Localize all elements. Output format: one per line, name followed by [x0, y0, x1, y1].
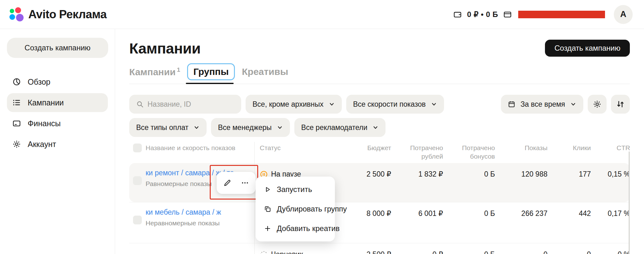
plus-icon [264, 225, 271, 232]
col-clicks: Клики [547, 144, 591, 163]
menu-item-label: Добавить креатив [277, 224, 340, 233]
budget-cell: 2 500 ₽ [328, 163, 391, 202]
row-actions-toolbar [217, 172, 256, 194]
filter-advertisers-label: Все рекламодатели [301, 123, 368, 132]
ctr-cell: 0 % [591, 243, 630, 254]
menu-item-start[interactable]: Запустить [256, 180, 335, 199]
list-icon [12, 98, 21, 107]
menu-item-duplicate-group[interactable]: Дублировать группу [256, 199, 335, 219]
spent-bonus-cell: 0 Б [443, 202, 495, 243]
tab-campaigns-label: Кампании [129, 67, 175, 77]
table-row[interactable]: ки ремонт / самара / ж / то Равномерные … [129, 163, 630, 202]
table-row[interactable]: ки мебель / самара / ж Неравномерные пок… [129, 202, 630, 243]
filter-managers-dropdown[interactable]: Все менеджеры [211, 118, 290, 137]
tab-creatives[interactable]: Креативы [242, 66, 288, 77]
table-row[interactable]: Черновик 2 500 ₽ 0 ₽ 0 Б 0 0 0 % [129, 243, 630, 254]
chevron-down-icon [193, 124, 200, 131]
tab-groups-label: Группы [193, 66, 229, 77]
context-menu: Запустить Дублировать группу Добавить кр… [256, 177, 335, 241]
page-title: Кампании [129, 40, 201, 57]
create-campaign-button[interactable]: Создать кампанию [545, 40, 630, 57]
budget-cell: 2 500 ₽ [328, 243, 391, 254]
draft-status-icon [260, 251, 268, 254]
select-all-checkbox[interactable] [133, 144, 142, 152]
sidebar-create-campaign-button[interactable]: Создать кампанию [7, 38, 108, 58]
filter-speed-dropdown[interactable]: Все скорости показов [346, 95, 444, 114]
col-name: Название и скорость показов [146, 144, 254, 163]
groups-table: Название и скорость показов Статус Бюдже… [129, 142, 630, 254]
status-label: Черновик [271, 250, 303, 254]
search-icon [136, 100, 144, 108]
spent-bonus-cell: 0 Б [443, 163, 495, 202]
active-tab-indicator [186, 83, 234, 84]
table-header: Название и скорость показов Статус Бюдже… [129, 142, 630, 163]
search-field[interactable] [129, 95, 241, 114]
group-speed-label: Неравномерные показы [146, 219, 254, 227]
row-checkbox[interactable] [133, 176, 142, 185]
spent-rub-cell: 0 ₽ [391, 243, 443, 254]
menu-item-label: Запустить [277, 185, 312, 194]
product-name: Реклама [59, 8, 107, 21]
more-actions-icon[interactable] [238, 176, 252, 190]
avatar[interactable]: A [614, 5, 633, 24]
col-budget: Бюджет [328, 144, 391, 163]
logo-text: AvitoРеклама [28, 8, 107, 21]
filter-managers-label: Все менеджеры [218, 123, 272, 132]
clicks-cell: 177 [547, 163, 591, 202]
tab-groups[interactable]: Группы [187, 63, 235, 80]
top-bar-right: 0 ₽ • 0 Б A [453, 5, 633, 24]
ctr-cell: 0,17 % [591, 202, 630, 243]
filter-archive-label: Все, кроме архивных [253, 100, 324, 109]
sidebar-nav: Обзор Кампании Финансы Аккаунт [0, 72, 115, 154]
sidebar-item-label: Кампании [28, 98, 64, 107]
filter-archive-dropdown[interactable]: Все, кроме архивных [246, 95, 342, 114]
card-icon [12, 119, 21, 128]
gear-icon [12, 139, 21, 149]
sidebar-item-account[interactable]: Аккаунт [7, 135, 108, 154]
balance-text[interactable]: 0 ₽ • 0 Б [467, 10, 498, 19]
tab-campaigns[interactable]: Кампании1 [129, 66, 180, 77]
col-impressions: Показы [495, 144, 547, 163]
sort-button[interactable] [611, 95, 630, 114]
menu-item-add-creative[interactable]: Добавить креатив [256, 219, 335, 238]
chevron-down-icon [431, 101, 437, 107]
clicks-cell: 442 [547, 202, 591, 243]
spent-bonus-cell: 0 Б [443, 243, 495, 254]
redaction-overlay [518, 11, 605, 18]
group-name-link[interactable]: ки мебель / самара / ж [146, 208, 254, 217]
overview-icon [12, 77, 21, 87]
avito-logo-icon [9, 7, 24, 22]
filter-advertisers-dropdown[interactable]: Все рекламодатели [294, 118, 386, 137]
ctr-cell: 0,15 % [591, 163, 630, 202]
spent-rub-cell: 6 001 ₽ [391, 202, 443, 243]
sidebar-item-overview[interactable]: Обзор [7, 72, 108, 91]
calendar-icon [508, 100, 515, 108]
date-range-dropdown[interactable]: За все время [501, 95, 583, 114]
sidebar: Создать кампанию Обзор Кампании Финансы [0, 29, 115, 254]
edit-icon[interactable] [220, 176, 234, 190]
sidebar-item-finances[interactable]: Финансы [7, 114, 108, 133]
filter-payment-dropdown[interactable]: Все типы оплат [129, 118, 207, 137]
sidebar-item-label: Аккаунт [28, 140, 56, 149]
filters-row-1: Все, кроме архивных Все скорости показов… [129, 95, 630, 114]
sidebar-item-label: Обзор [28, 77, 50, 87]
column-divider [254, 142, 255, 254]
col-status: Статус [254, 144, 328, 163]
top-bar: AvitoРеклама 0 ₽ • 0 Б A [0, 0, 644, 29]
chevron-down-icon [372, 124, 379, 131]
table-settings-button[interactable] [588, 95, 607, 114]
avito-logo[interactable]: AvitoРеклама [9, 7, 107, 22]
gear-icon [593, 100, 602, 109]
filter-speed-label: Все скорости показов [353, 100, 426, 109]
sidebar-item-campaigns[interactable]: Кампании [7, 93, 108, 112]
impressions-cell: 120 988 [495, 163, 547, 202]
vertical-scrollbar[interactable] [629, 151, 630, 254]
bank-card-icon [503, 10, 512, 19]
duplicate-icon [264, 205, 271, 213]
search-input[interactable] [147, 100, 234, 109]
menu-item-label: Дублировать группу [277, 205, 347, 213]
main-content: Кампании Создать кампанию Кампании1 Груп… [115, 29, 644, 254]
chevron-down-icon [570, 101, 576, 107]
col-spent-bonus: Потрачено бонусов [443, 144, 495, 163]
row-checkbox[interactable] [133, 216, 142, 224]
